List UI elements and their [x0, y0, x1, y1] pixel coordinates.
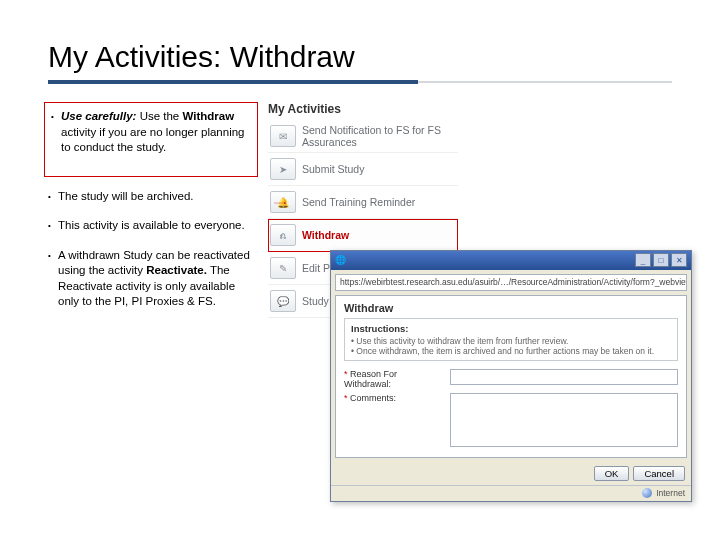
activity-withdraw[interactable]: ⎌ Withdraw — [268, 219, 458, 252]
ok-button[interactable]: OK — [594, 466, 630, 481]
close-button[interactable]: ✕ — [671, 253, 687, 267]
withdraw-dialog: 🌐 _ □ ✕ https://webirbtest.research.asu.… — [330, 250, 692, 502]
reason-label: * Reason For Withdrawal: — [344, 369, 444, 389]
bullet-reactivate: A withdrawn Study can be reactivated usi… — [48, 248, 258, 310]
globe-icon — [642, 488, 652, 498]
activity-send-training[interactable]: 🔔 Send Training Reminder — [268, 186, 458, 219]
warning-box: Use carefully: Use the Withdraw activity… — [44, 102, 258, 177]
bullet-availability: This activity is available to everyone. — [48, 218, 258, 234]
dialog-titlebar: 🌐 _ □ ✕ — [331, 251, 691, 270]
comments-textarea[interactable] — [450, 393, 678, 447]
bell-icon: 🔔 — [270, 191, 296, 213]
cancel-button[interactable]: Cancel — [633, 466, 685, 481]
address-bar[interactable]: https://webirbtest.research.asu.edu/asui… — [335, 274, 687, 291]
title-rule — [48, 80, 672, 84]
activity-send-notification[interactable]: ✉ Send Notification to FS for FS Assuran… — [268, 120, 458, 153]
browser-icon: 🌐 — [335, 255, 346, 265]
withdraw-icon: ⎌ — [270, 224, 296, 246]
instructions-box: Instructions: • Use this activity to wit… — [344, 318, 678, 361]
my-activities-header: My Activities — [268, 102, 458, 116]
comments-label: * Comments: — [344, 393, 444, 403]
submit-icon: ➤ — [270, 158, 296, 180]
maximize-button[interactable]: □ — [653, 253, 669, 267]
bullet-archived: The study will be archived. — [48, 189, 258, 205]
edit-icon: ✎ — [270, 257, 296, 279]
dialog-heading: Withdraw — [344, 302, 678, 314]
slide-title: My Activities: Withdraw — [48, 40, 672, 74]
withdraw-word: Withdraw — [182, 110, 234, 122]
use-carefully-label: Use carefully: — [61, 110, 136, 122]
activity-submit-study[interactable]: ➤ Submit Study — [268, 153, 458, 186]
mail-icon: ✉ — [270, 125, 296, 147]
minimize-button[interactable]: _ — [635, 253, 651, 267]
reason-input[interactable] — [450, 369, 678, 385]
instruction-bullets: Use carefully: Use the Withdraw activity… — [48, 102, 258, 324]
comment-icon: 💬 — [270, 290, 296, 312]
status-bar: Internet — [331, 485, 691, 501]
